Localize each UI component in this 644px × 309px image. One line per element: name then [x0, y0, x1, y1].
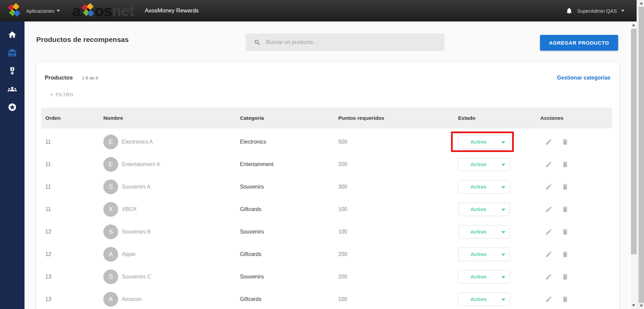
star-circle-icon: [8, 103, 17, 112]
edit-pencil-icon[interactable]: [545, 228, 552, 236]
orden-value: 11: [45, 184, 103, 190]
delete-trash-icon[interactable]: [561, 251, 569, 258]
category-value: Electronics: [240, 139, 338, 145]
product-name: XBOX: [122, 206, 137, 212]
add-product-button[interactable]: AGREGAR PRODUCTO: [540, 35, 618, 51]
category-value: Souvenirs: [240, 274, 338, 280]
giftcard-icon: [8, 48, 17, 57]
sidebar-item-favorites[interactable]: [7, 102, 17, 112]
estado-select[interactable]: Activo: [458, 158, 510, 171]
chevron-down-icon: [501, 141, 505, 144]
chevron-down-icon: [501, 164, 505, 166]
chevron-down-icon: [501, 254, 505, 256]
avatar: E: [103, 135, 118, 149]
estado-label: Activo: [458, 206, 498, 212]
edit-pencil-icon[interactable]: [545, 161, 552, 168]
edit-pencil-icon[interactable]: [545, 251, 552, 258]
orden-value: 13: [45, 296, 103, 302]
delete-trash-icon[interactable]: [561, 161, 569, 168]
plus-icon: +: [50, 92, 54, 97]
scroll-down-icon[interactable]: [632, 304, 635, 307]
delete-trash-icon[interactable]: [561, 296, 569, 303]
search-input[interactable]: [266, 39, 427, 45]
scrollbar-thumb[interactable]: [631, 29, 637, 254]
estado-label: Activo: [458, 139, 498, 145]
table-row: 11 E Entertainment A Entertainment 200 A…: [41, 153, 612, 175]
orden-value: 12: [45, 229, 103, 235]
chevron-down-icon: [501, 231, 505, 234]
avatar: S: [103, 269, 118, 284]
category-value: Souvenirs: [240, 184, 338, 190]
edit-pencil-icon[interactable]: [545, 183, 552, 191]
points-value: 100: [338, 206, 458, 212]
sidebar-item-users[interactable]: [7, 84, 17, 94]
edit-pencil-icon[interactable]: [545, 296, 552, 303]
aplicaciones-menu[interactable]: Aplicaciones: [26, 8, 60, 14]
product-name: Entertainment A: [122, 161, 160, 167]
table-row: 13 A Amazon Giftcards 100 Activo: [41, 288, 612, 309]
column-header-orden: Orden: [45, 115, 103, 121]
page-title: Productos de recompensas: [36, 36, 129, 44]
column-header-acciones: Acciones: [540, 115, 612, 121]
estado-select[interactable]: Activo: [458, 180, 510, 194]
user-menu-label: SuperAdmin QAS: [577, 8, 617, 14]
filter-button[interactable]: + FILTRO: [50, 92, 73, 97]
product-name: Souvenirs B: [122, 229, 151, 235]
card-title: Productos: [45, 74, 73, 81]
estado-select[interactable]: Activo: [458, 248, 510, 261]
delete-trash-icon[interactable]: [561, 273, 569, 280]
column-header-estado: Estado: [458, 115, 540, 121]
estado-select[interactable]: Activo: [458, 270, 510, 284]
sidebar-item-home[interactable]: [7, 30, 17, 40]
edit-pencil-icon[interactable]: [545, 206, 552, 213]
logo-x-icon: [81, 3, 94, 18]
axosnet-wordmark: a os net: [72, 3, 134, 18]
points-value: 300: [338, 184, 458, 190]
delete-trash-icon[interactable]: [561, 183, 569, 191]
sidebar-item-achievements[interactable]: [7, 66, 17, 76]
edit-pencil-icon[interactable]: [545, 273, 552, 280]
estado-select[interactable]: Activo: [458, 225, 510, 239]
delete-trash-icon[interactable]: [561, 228, 569, 236]
estado-label: Activo: [458, 161, 498, 167]
estado-label: Activo: [458, 184, 498, 190]
scroll-up-icon[interactable]: [640, 2, 643, 4]
sidebar-item-rewards[interactable]: [7, 48, 17, 58]
filter-label: FILTRO: [56, 92, 73, 97]
logo-letter-a: a: [72, 3, 81, 18]
product-name: Souvenirs C: [122, 274, 151, 280]
product-search[interactable]: [246, 34, 444, 51]
estado-dropdown-wrap: Activo: [458, 180, 510, 194]
notifications-bell-icon[interactable]: [565, 7, 573, 14]
category-value: Giftcards: [240, 206, 338, 212]
logo-letters-os: os: [95, 3, 112, 18]
scroll-down-icon[interactable]: [640, 305, 643, 307]
points-value: 200: [338, 251, 458, 257]
column-header-nombre: Nombre: [103, 115, 240, 121]
home-icon: [8, 30, 17, 39]
category-value: Giftcards: [240, 251, 338, 257]
table-body: 11 E Electronics A Electronics 500 Activ…: [41, 131, 612, 309]
delete-trash-icon[interactable]: [561, 138, 569, 146]
scroll-up-icon[interactable]: [632, 23, 635, 26]
estado-select[interactable]: Activo: [458, 293, 510, 306]
content-scrollbar[interactable]: [631, 21, 637, 309]
points-value: 500: [338, 139, 458, 145]
product-name: Souvenirs A: [122, 184, 150, 190]
avatar: E: [103, 157, 118, 172]
scrollbar-thumb[interactable]: [639, 7, 644, 303]
estado-select[interactable]: Activo: [458, 203, 510, 216]
axosnet-x-logo-icon: [7, 3, 20, 18]
product-name: Electronics A: [122, 139, 153, 145]
delete-trash-icon[interactable]: [561, 206, 569, 213]
estado-dropdown-wrap: Activo: [458, 293, 510, 306]
edit-pencil-icon[interactable]: [545, 138, 552, 146]
window-scrollbar[interactable]: [637, 0, 644, 309]
manage-categories-link[interactable]: Gestionar categorías: [557, 75, 610, 81]
products-card: Productos 1-9 de 9 Gestionar categorías …: [36, 62, 619, 309]
avatar: S: [103, 224, 118, 239]
estado-select[interactable]: Activo: [458, 135, 510, 149]
user-menu-chevron-icon[interactable]: [621, 10, 625, 12]
chevron-down-icon: [501, 299, 505, 301]
table-row: 13 S Souvenirs C Souvenirs 200 Activo: [41, 265, 612, 288]
